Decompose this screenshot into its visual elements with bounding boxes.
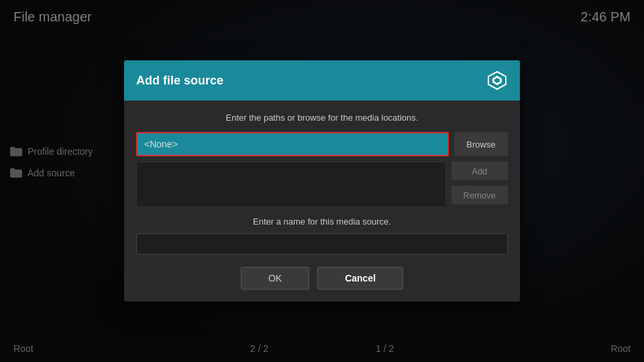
- dialog-title: Add file source: [136, 74, 223, 88]
- source-name-input[interactable]: [144, 239, 500, 249]
- cancel-button[interactable]: Cancel: [317, 267, 403, 290]
- source-input-container: [136, 132, 449, 156]
- remove-button[interactable]: Remove: [451, 186, 508, 204]
- dialog-actions: OK Cancel: [136, 267, 508, 290]
- source-input-row: Browse: [136, 132, 508, 156]
- add-button[interactable]: Add: [451, 162, 508, 180]
- browse-button[interactable]: Browse: [454, 132, 508, 156]
- ok-button[interactable]: OK: [241, 267, 309, 290]
- source-action-buttons: Add Remove: [451, 162, 508, 207]
- modal-overlay: Add file source Enter the paths or brows…: [0, 0, 644, 362]
- dialog-header: Add file source: [124, 60, 520, 101]
- dialog-body: Enter the paths or browse for the media …: [124, 101, 520, 302]
- add-file-source-dialog: Add file source Enter the paths or brows…: [124, 60, 520, 302]
- source-list: [136, 162, 446, 207]
- source-path-input[interactable]: [144, 139, 441, 149]
- name-instruction: Enter a name for this media source.: [136, 217, 508, 227]
- source-list-row: Add Remove: [136, 162, 508, 207]
- path-instruction: Enter the paths or browse for the media …: [136, 113, 508, 123]
- kodi-icon: [487, 70, 507, 90]
- name-input-container: [136, 233, 508, 255]
- kodi-logo: [486, 70, 508, 91]
